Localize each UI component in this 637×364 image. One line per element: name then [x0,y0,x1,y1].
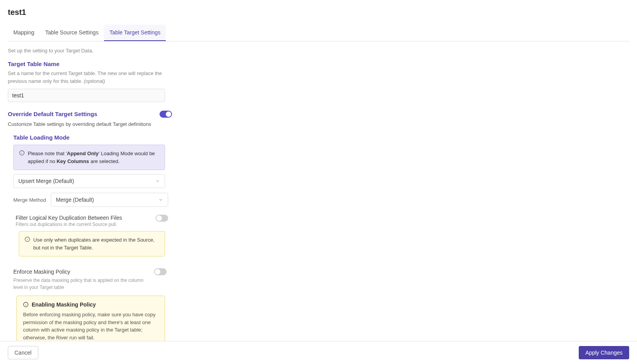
footer: Cancel Apply Changes [0,341,637,364]
tab-table-target-settings[interactable]: Table Target Settings [104,25,166,41]
enforce-masking-sub: Preserve the data masking policy that is… [13,277,154,291]
enforce-masking-toggle[interactable] [154,268,167,275]
settings-description: Set up the setting to your Target Data. [8,48,629,54]
filter-key-note: Use only when duplicates are expected in… [19,231,165,256]
tab-mapping[interactable]: Mapping [8,25,40,41]
filter-key-sub: Filters out duplications in the current … [16,222,629,227]
target-table-name-sub: Set a name for the current Target table.… [8,70,164,85]
info-icon [25,237,30,242]
info-icon [19,150,25,156]
enforce-masking-label: Enforce Masking Policy [13,269,70,275]
page-title: test1 [8,8,629,17]
target-table-name-input[interactable] [8,89,165,102]
chevron-down-icon [158,197,163,202]
info-icon [23,302,29,307]
tab-table-source-settings[interactable]: Table Source Settings [40,25,104,41]
apply-changes-button[interactable]: Apply Changes [579,346,629,359]
override-toggle[interactable] [160,111,172,118]
loading-mode-info: Please note that 'Append Only' Loading M… [13,145,165,170]
enforce-masking-note: Enabling Masking Policy Before enforcing… [16,296,165,347]
merge-method-select[interactable]: Merge (Default) [51,193,168,207]
override-title: Override Default Target Settings [8,111,97,117]
target-table-name-title: Target Table Name [8,61,629,67]
merge-method-label: Merge Method [13,197,47,203]
cancel-button[interactable]: Cancel [8,346,38,359]
chevron-down-icon [155,179,160,183]
filter-key-toggle[interactable] [156,215,168,222]
loading-mode-title: Table Loading Mode [13,134,629,141]
tabs: Mapping Table Source Settings Table Targ… [8,25,629,41]
loading-mode-select[interactable]: Upsert Merge (Default) [13,174,165,188]
override-description: Customize Table settings by overriding d… [8,121,629,127]
filter-key-label: Filter Logical Key Duplication Between F… [16,215,122,221]
